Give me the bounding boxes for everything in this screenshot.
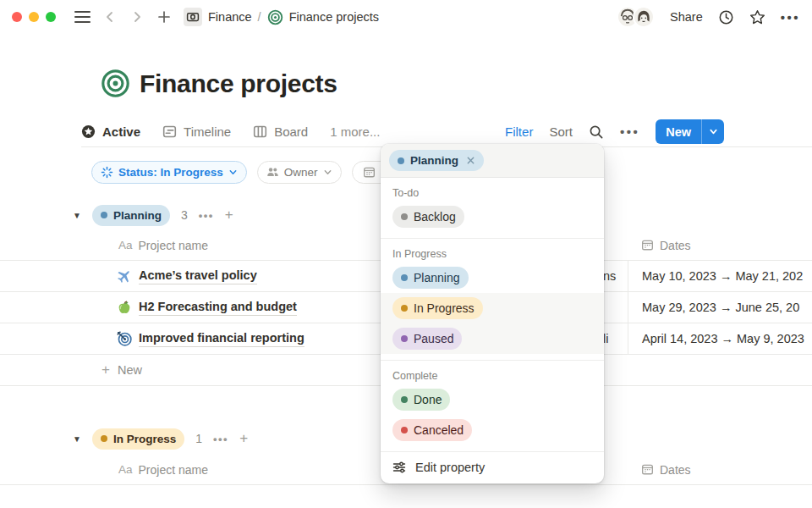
status-filter-chip[interactable]: Status: In Progress: [91, 161, 247, 184]
remove-tag-icon[interactable]: [466, 156, 475, 165]
calendar-icon: [641, 463, 654, 476]
window-controls: [12, 12, 56, 22]
option-backlog[interactable]: Backlog: [381, 202, 604, 232]
project-name-column-header[interactable]: Aa Project name: [118, 455, 208, 484]
dates-column-header[interactable]: Dates: [641, 455, 691, 484]
favorite-star-icon[interactable]: [749, 9, 765, 25]
view-options-icon[interactable]: •••: [620, 124, 639, 139]
collapse-triangle-icon[interactable]: ▼: [73, 434, 81, 444]
group-more-icon[interactable]: •••: [213, 433, 228, 445]
notion-window: Finance / Finance projects Share: [0, 0, 812, 508]
chevron-down-icon: [228, 168, 238, 177]
option-planning[interactable]: Planning: [381, 262, 604, 293]
updates-clock-icon[interactable]: [718, 9, 734, 25]
titlebar: Finance / Finance projects Share: [0, 0, 812, 34]
chevron-down-icon: [323, 168, 332, 177]
selected-tags-area: Planning: [381, 144, 604, 178]
tab-timeline[interactable]: Timeline: [162, 124, 231, 139]
project-name-column-header[interactable]: Aa Project name: [118, 230, 208, 260]
avatar-user-2: [633, 6, 655, 28]
project-title[interactable]: Acme’s travel policy: [139, 268, 257, 284]
green-apple-icon: [117, 300, 132, 315]
option-done[interactable]: Done: [381, 384, 604, 415]
group-more-icon[interactable]: •••: [199, 209, 214, 222]
view-switcher: Active Timeline Board 1 more... Filter S…: [81, 117, 812, 147]
share-button[interactable]: Share: [670, 10, 703, 24]
group-tag-planning[interactable]: Planning: [92, 205, 170, 226]
breadcrumb: Finance / Finance projects: [184, 8, 379, 26]
minimize-window-button[interactable]: [29, 12, 39, 22]
tab-active[interactable]: Active: [81, 124, 140, 139]
group-count: 1: [195, 432, 202, 445]
calendar-icon: [641, 239, 654, 251]
close-window-button[interactable]: [12, 12, 22, 22]
calendar-icon: [363, 166, 376, 179]
sliders-icon: [392, 461, 406, 474]
owner-cell-fragment[interactable]: [603, 292, 627, 323]
project-title[interactable]: Improved financial reporting: [139, 330, 304, 346]
plus-icon: +: [102, 362, 110, 378]
breadcrumb-separator: /: [258, 10, 261, 24]
new-page-icon[interactable]: [156, 9, 172, 25]
section-label-complete: Complete: [381, 361, 604, 384]
target-dart-icon: [117, 331, 132, 346]
more-views-button[interactable]: 1 more...: [330, 124, 380, 139]
people-icon: [266, 166, 279, 179]
new-button-dropdown-icon[interactable]: [701, 119, 724, 144]
breadcrumb-workspace[interactable]: Finance: [208, 10, 252, 24]
owner-filter-chip[interactable]: Owner: [257, 161, 342, 184]
dates-cell[interactable]: May 29, 2023 → June 25, 20: [628, 292, 812, 323]
dates-cell[interactable]: May 10, 2023 → May 21, 202: [628, 261, 812, 291]
sidebar-toggle-icon[interactable]: [74, 11, 91, 23]
group-count: 3: [181, 208, 188, 222]
section-label-in-progress: In Progress: [381, 239, 604, 262]
edit-property-button[interactable]: Edit property: [381, 451, 604, 483]
back-icon[interactable]: [102, 9, 118, 25]
tab-board[interactable]: Board: [253, 124, 308, 139]
status-filter-dropdown: Planning To-do Backlog In Progress Plann…: [381, 144, 604, 483]
option-canceled[interactable]: Canceled: [381, 415, 604, 445]
filter-button[interactable]: Filter: [505, 124, 533, 139]
option-paused[interactable]: Paused: [381, 323, 604, 354]
zoom-window-button[interactable]: [46, 12, 56, 22]
group-header-planning: ▼ Planning 3 ••• +: [73, 203, 233, 227]
collapse-triangle-icon[interactable]: ▼: [73, 211, 81, 220]
search-icon[interactable]: [589, 124, 604, 140]
owner-cell-fragment[interactable]: li: [603, 323, 627, 354]
finance-workspace-icon[interactable]: [184, 8, 202, 26]
filter-bar: Status: In Progress Owner: [91, 161, 401, 184]
section-label-todo: To-do: [381, 178, 604, 202]
breadcrumb-page[interactable]: Finance projects: [289, 10, 379, 24]
owner-cell-fragment[interactable]: ns: [603, 261, 627, 291]
dates-cell[interactable]: April 14, 2023 → May 9, 2023: [628, 323, 812, 354]
page-target-icon: [267, 9, 283, 25]
page-title-target-icon[interactable]: [101, 69, 130, 98]
page-title[interactable]: Finance projects: [140, 69, 337, 98]
more-options-icon[interactable]: •••: [781, 10, 800, 25]
group-header-in-progress: ▼ In Progress 1 ••• +: [73, 427, 248, 450]
airplane-icon: [117, 268, 132, 284]
option-in-progress[interactable]: In Progress: [381, 293, 604, 323]
new-button[interactable]: New: [656, 119, 724, 144]
selected-tag-planning[interactable]: Planning: [389, 150, 484, 171]
group-tag-in-progress[interactable]: In Progress: [92, 428, 184, 450]
sort-button[interactable]: Sort: [549, 124, 573, 139]
project-title[interactable]: H2 Forecasting and budget: [139, 299, 297, 315]
group-add-icon[interactable]: +: [239, 430, 248, 447]
forward-icon[interactable]: [129, 9, 145, 25]
group-add-icon[interactable]: +: [225, 207, 233, 224]
collaborator-avatars[interactable]: [617, 6, 655, 28]
dates-column-header[interactable]: Dates: [641, 230, 691, 260]
